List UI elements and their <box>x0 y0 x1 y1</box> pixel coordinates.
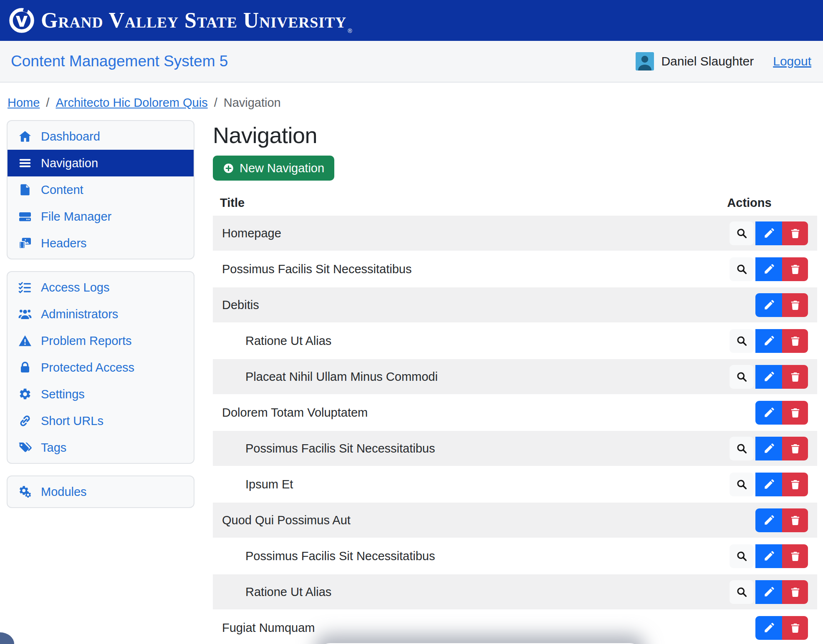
sidebar-item-content[interactable]: Content <box>8 176 194 203</box>
title-column-header: Title <box>213 196 245 210</box>
gears-icon <box>18 485 33 499</box>
breadcrumb: Home/Architecto Hic Dolorem Quis/Navigat… <box>0 83 823 120</box>
sidebar-group-1: DashboardNavigationContentFile ManagerHe… <box>7 120 194 259</box>
edit-button[interactable] <box>755 221 782 245</box>
trash-icon <box>790 264 801 275</box>
delete-button[interactable] <box>782 544 808 568</box>
sidebar-item-short-urls[interactable]: Short URLs <box>8 408 194 434</box>
view-button[interactable] <box>730 544 754 568</box>
view-button[interactable] <box>730 473 754 496</box>
sidebar-item-label: Protected Access <box>41 361 134 375</box>
sidebar-item-headers[interactable]: Headers <box>8 230 194 257</box>
table-row: Possimus Facilis Sit Necessitatibus <box>213 538 817 574</box>
logout-link[interactable]: Logout <box>773 54 811 68</box>
breadcrumb-separator: / <box>46 96 49 110</box>
edit-button[interactable] <box>755 473 782 496</box>
edit-delete-group <box>755 221 808 245</box>
table-row: Possimus Facilis Sit Necessitatibus <box>213 430 817 466</box>
row-title: Fugiat Numquam <box>213 621 315 635</box>
sidebar-item-access-logs[interactable]: Access Logs <box>8 274 194 301</box>
sidebar-item-navigation[interactable]: Navigation <box>8 150 194 176</box>
sidebar-item-file-manager[interactable]: File Manager <box>8 203 194 230</box>
delete-button[interactable] <box>782 221 808 245</box>
sidebar-item-modules[interactable]: Modules <box>8 478 194 505</box>
edit-button[interactable] <box>755 544 782 568</box>
sidebar-item-dashboard[interactable]: Dashboard <box>8 123 194 150</box>
users-icon <box>18 307 33 321</box>
delete-button[interactable] <box>782 257 808 281</box>
view-button[interactable] <box>730 329 754 353</box>
sidebar-item-protected-access[interactable]: Protected Access <box>8 354 194 381</box>
pencil-icon <box>763 551 775 562</box>
user-area: Daniel Slaughter Logout <box>636 52 812 70</box>
sidebar-item-label: Headers <box>41 236 87 250</box>
view-button[interactable] <box>730 221 754 245</box>
edit-button[interactable] <box>755 257 782 281</box>
delete-button[interactable] <box>782 365 808 389</box>
row-actions <box>700 437 817 460</box>
view-button[interactable] <box>730 257 754 281</box>
magnifier-icon <box>736 551 747 562</box>
row-actions <box>700 508 817 532</box>
trash-icon <box>790 443 801 454</box>
sidebar-item-settings[interactable]: Settings <box>8 381 194 408</box>
table-row: Possimus Facilis Sit Necessitatibus <box>213 251 817 287</box>
view-button[interactable] <box>730 437 754 460</box>
row-actions <box>700 401 817 425</box>
pencil-icon <box>763 586 775 598</box>
edit-button[interactable] <box>755 508 782 532</box>
edit-delete-group <box>755 329 808 353</box>
table-row: Quod Qui Possimus Aut <box>213 502 817 538</box>
view-button[interactable] <box>730 365 754 389</box>
row-actions <box>700 580 817 604</box>
trash-icon <box>790 515 801 526</box>
navigation-table: Title Actions HomepagePossimus Facilis S… <box>213 191 817 644</box>
delete-button[interactable] <box>782 401 808 425</box>
edit-button[interactable] <box>755 616 782 640</box>
edit-button[interactable] <box>755 329 782 353</box>
sidebar-item-label: Content <box>41 183 83 197</box>
edit-delete-group <box>755 473 808 496</box>
table-row: Ipsum Et <box>213 466 817 502</box>
pencil-icon <box>763 443 775 454</box>
row-title: Dolorem Totam Voluptatem <box>213 406 368 420</box>
sidebar-item-label: Tags <box>41 441 66 455</box>
delete-button[interactable] <box>782 616 808 640</box>
pencil-icon <box>763 371 775 382</box>
sidebar-item-label: Modules <box>41 485 87 499</box>
row-title: Quod Qui Possimus Aut <box>213 513 351 527</box>
new-navigation-button[interactable]: New Navigation <box>213 156 334 181</box>
gvsu-logo-icon <box>8 7 35 34</box>
delete-button[interactable] <box>782 329 808 353</box>
delete-button[interactable] <box>782 437 808 460</box>
sidebar-item-problem-reports[interactable]: Problem Reports <box>8 327 194 354</box>
magnifier-icon <box>736 479 747 490</box>
sidebar-group-2: Access LogsAdministratorsProblem Reports… <box>7 271 194 464</box>
row-title: Homepage <box>213 226 281 240</box>
pencil-icon <box>763 264 775 275</box>
nav-table-body: HomepagePossimus Facilis Sit Necessitati… <box>213 215 817 644</box>
tags-icon <box>18 440 33 455</box>
edit-button[interactable] <box>755 401 782 425</box>
edit-button[interactable] <box>755 365 782 389</box>
delete-button[interactable] <box>782 293 808 317</box>
breadcrumb-link-home[interactable]: Home <box>8 96 40 110</box>
edit-button[interactable] <box>755 437 782 460</box>
table-row: Dolorem Totam Voluptatem <box>213 394 817 430</box>
view-button[interactable] <box>730 580 754 604</box>
delete-button[interactable] <box>782 508 808 532</box>
gear-icon <box>18 387 33 401</box>
magnifier-icon <box>736 264 747 275</box>
row-title: Ratione Ut Alias <box>213 334 331 348</box>
delete-button[interactable] <box>782 473 808 496</box>
sidebar-item-tags[interactable]: Tags <box>8 434 194 461</box>
edit-button[interactable] <box>755 293 782 317</box>
user-avatar-icon <box>636 52 654 70</box>
delete-button[interactable] <box>782 580 808 604</box>
breadcrumb-link-architecto-hic-dolorem-quis[interactable]: Architecto Hic Dolorem Quis <box>56 96 207 110</box>
row-actions <box>700 616 817 640</box>
list-check-icon <box>18 280 33 294</box>
sidebar-item-administrators[interactable]: Administrators <box>8 301 194 327</box>
sidebar-item-label: Navigation <box>41 156 98 170</box>
edit-button[interactable] <box>755 580 782 604</box>
